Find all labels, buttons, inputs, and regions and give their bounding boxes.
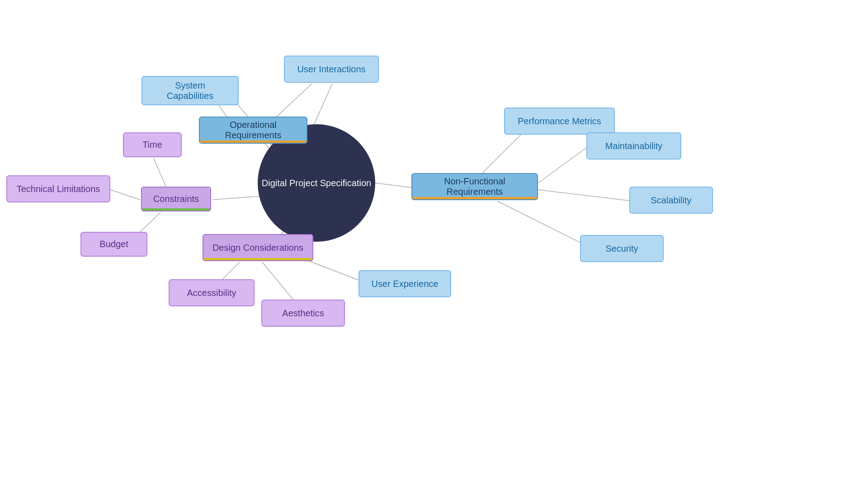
technical-limitations-node[interactable]: Technical Limitations — [6, 175, 110, 202]
svg-line-9 — [497, 201, 592, 249]
performance-metrics-label: Performance Metrics — [518, 116, 601, 127]
mind-map: Digital Project Specification Operationa… — [0, 0, 868, 488]
security-label: Security — [605, 244, 638, 254]
time-node[interactable]: Time — [123, 132, 182, 157]
user-experience-node[interactable]: User Experience — [359, 270, 451, 297]
user-interactions-node[interactable]: User Interactions — [284, 56, 379, 83]
constraints-node[interactable]: Constraints — [141, 187, 211, 211]
system-capabilities-label: System Capabilities — [151, 80, 230, 101]
budget-label: Budget — [99, 239, 128, 249]
accessibility-label: Accessibility — [187, 288, 236, 298]
scalability-node[interactable]: Scalability — [629, 187, 713, 214]
aesthetics-label: Aesthetics — [282, 308, 324, 319]
time-label: Time — [142, 140, 162, 150]
svg-line-5 — [375, 183, 411, 188]
non-functional-requirements-node[interactable]: Non-Functional Requirements — [411, 173, 538, 200]
svg-line-12 — [110, 190, 140, 200]
system-capabilities-node[interactable]: System Capabilities — [142, 76, 239, 105]
operational-requirements-label: Operational Requirements — [208, 120, 298, 141]
constraints-label: Constraints — [153, 194, 199, 204]
maintainability-label: Maintainability — [605, 141, 663, 151]
svg-line-7 — [538, 147, 588, 183]
svg-line-16 — [262, 262, 294, 300]
svg-line-4 — [276, 84, 312, 117]
maintainability-node[interactable]: Maintainability — [586, 132, 681, 160]
svg-line-8 — [538, 190, 633, 201]
accessibility-node[interactable]: Accessibility — [169, 279, 255, 306]
svg-line-11 — [154, 158, 167, 190]
svg-line-15 — [222, 262, 240, 280]
budget-node[interactable]: Budget — [80, 232, 147, 257]
technical-limitations-label: Technical Limitations — [17, 184, 100, 194]
design-considerations-node[interactable]: Design Considerations — [203, 234, 313, 261]
performance-metrics-node[interactable]: Performance Metrics — [504, 108, 615, 135]
scalability-label: Scalability — [651, 195, 691, 206]
operational-requirements-node[interactable]: Operational Requirements — [199, 117, 307, 144]
design-considerations-label: Design Considerations — [212, 243, 303, 253]
security-node[interactable]: Security — [580, 235, 664, 262]
aesthetics-node[interactable]: Aesthetics — [261, 300, 345, 327]
user-interactions-label: User Interactions — [297, 64, 365, 75]
user-experience-label: User Experience — [372, 279, 439, 289]
non-functional-requirements-label: Non-Functional Requirements — [420, 176, 529, 197]
center-label: Digital Project Specification — [262, 178, 371, 188]
